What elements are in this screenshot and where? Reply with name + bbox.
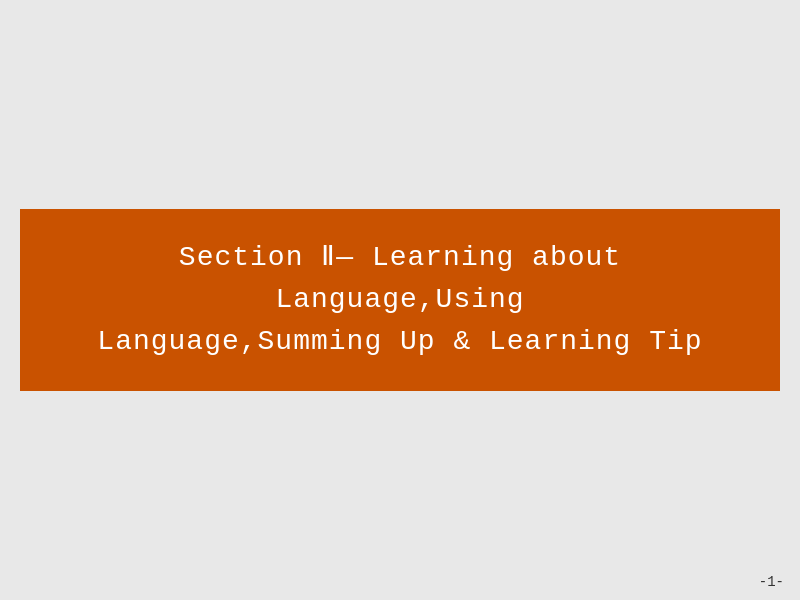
page-number: -1- bbox=[759, 574, 784, 590]
banner-line1: Section Ⅱ— Learning about Language,Using bbox=[179, 242, 621, 315]
slide: Section Ⅱ— Learning about Language,Using… bbox=[0, 0, 800, 600]
section-banner: Section Ⅱ— Learning about Language,Using… bbox=[20, 209, 780, 391]
banner-line2: Language,Summing Up & Learning Tip bbox=[97, 326, 702, 357]
banner-title: Section Ⅱ— Learning about Language,Using… bbox=[50, 237, 750, 363]
